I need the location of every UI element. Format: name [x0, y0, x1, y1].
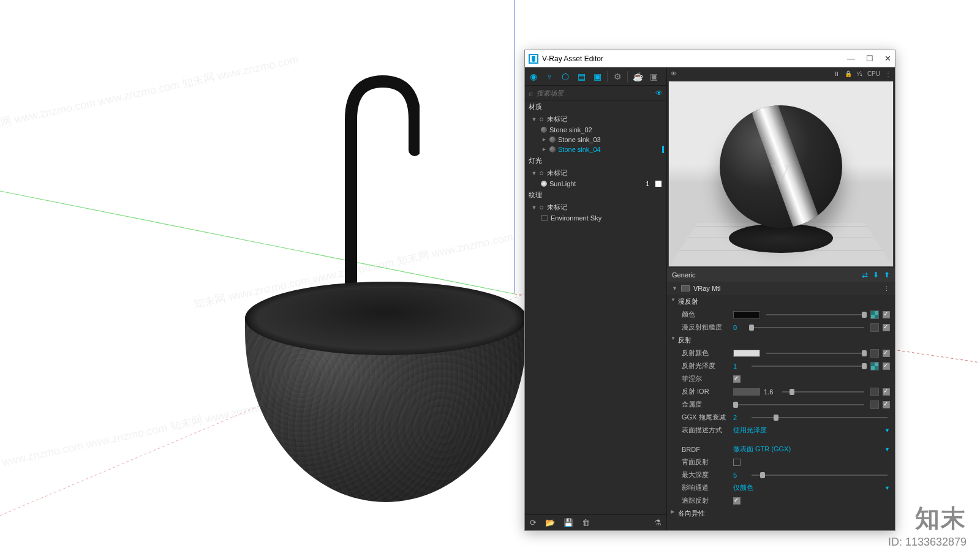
tree-light-sunlight[interactable]: SunLight1	[525, 179, 666, 189]
stone-sink-model	[245, 282, 527, 514]
preview-fraction: ¹⁄₁	[857, 70, 862, 77]
prop-trace-reflect[interactable]: 追踪反射	[667, 494, 895, 507]
prop-surface-mode[interactable]: 表面描述方式使用光泽度▼	[667, 424, 895, 437]
search-bar: ⌕ 👁	[525, 86, 666, 100]
tree-texture-env-sky[interactable]: Environment Sky	[525, 213, 666, 223]
close-button[interactable]: ✕	[884, 54, 891, 63]
faucet-model	[340, 70, 420, 297]
geometry-tab-icon[interactable]: ⬡	[559, 70, 571, 83]
tree-material-item-selected[interactable]: ▼Stone sink_04	[525, 145, 666, 154]
texture-slot-icon[interactable]	[870, 323, 879, 332]
light-enable-checkbox[interactable]	[655, 181, 662, 187]
tree-material-item[interactable]: ▼Stone sink_03	[525, 135, 666, 145]
vray-logo-icon	[529, 54, 538, 64]
left-bottom-toolbar: ⟳ 📂 💾 🗑 ⚗	[525, 514, 666, 530]
textures-tab-icon[interactable]: ▤	[575, 70, 587, 83]
tree-group-untagged[interactable]: ▼未标记	[525, 201, 666, 213]
lock-swatch[interactable]	[733, 388, 760, 396]
tree-group-untagged[interactable]: ▼未标记	[525, 113, 666, 125]
prop-diffuse-roughness[interactable]: 漫反射粗糙度0	[667, 321, 895, 334]
prop-reflect-ior[interactable]: 反射 IOR1.6	[667, 385, 895, 398]
filter-toggle-icon[interactable]: 👁	[655, 89, 663, 97]
section-anisotropy[interactable]: 各向异性	[667, 507, 895, 520]
enable-checkbox[interactable]	[733, 375, 741, 383]
maximize-button[interactable]: ☐	[866, 54, 873, 63]
settings-icon[interactable]: ⚙	[611, 70, 624, 83]
enable-checkbox[interactable]	[883, 363, 890, 370]
frame-buffer-icon[interactable]: ▣	[647, 70, 660, 83]
section-reflect[interactable]: 反射	[667, 334, 895, 347]
textures-header: 纹理	[525, 189, 666, 201]
tree-material-item[interactable]: Stone sink_02	[525, 125, 666, 135]
texture-slot-icon[interactable]	[870, 349, 879, 358]
export-icon[interactable]: ⬆	[884, 271, 890, 279]
tree-group-untagged[interactable]: ▼未标记	[525, 167, 666, 179]
prop-brdf[interactable]: BRDF微表面 GTR (GGX)▼	[667, 443, 895, 456]
vray-watermark-icon: V	[771, 159, 791, 190]
save-icon[interactable]: 💾	[564, 518, 573, 527]
preview-toolbar: 👁 ⏸ 🔒 ¹⁄₁ CPU ⋮	[667, 67, 895, 80]
svg-line-0	[0, 191, 514, 294]
search-input[interactable]	[537, 89, 652, 97]
material-swatch-icon	[681, 285, 690, 291]
prop-max-depth[interactable]: 最大深度5	[667, 468, 895, 481]
color-swatch[interactable]	[733, 311, 760, 318]
prop-backside-reflect[interactable]: 背面反射	[667, 456, 895, 468]
chevron-down-icon[interactable]: ▼	[884, 446, 890, 453]
texture-slot-icon[interactable]	[870, 400, 879, 409]
enable-checkbox[interactable]	[883, 350, 890, 357]
window-title: V-Ray Asset Editor	[542, 54, 603, 63]
purge-icon[interactable]: ⚗	[654, 518, 662, 527]
titlebar[interactable]: V-Ray Asset Editor — ☐ ✕	[525, 50, 895, 67]
chevron-down-icon[interactable]: ▼	[884, 485, 890, 491]
enable-checkbox[interactable]	[883, 311, 890, 318]
prop-ggx-tail[interactable]: GGX 拖尾衰减2	[667, 411, 895, 424]
prop-color[interactable]: 颜色	[667, 308, 895, 321]
pause-icon[interactable]: ⏸	[834, 70, 840, 77]
material-preview[interactable]: V	[668, 81, 894, 267]
render-tab-icon[interactable]: ▣	[591, 70, 603, 83]
open-folder-icon[interactable]: 📂	[545, 518, 555, 527]
lock-icon[interactable]: 🔒	[845, 70, 852, 77]
import-icon[interactable]: ⬇	[873, 271, 879, 279]
preview-visibility-icon[interactable]: 👁	[671, 70, 677, 77]
enable-checkbox[interactable]	[733, 459, 741, 466]
enable-checkbox[interactable]	[733, 497, 741, 505]
material-menu-icon[interactable]: ⋮	[883, 285, 890, 293]
section-diffuse[interactable]: 漫反射	[667, 295, 895, 308]
chevron-down-icon[interactable]: ▼	[884, 427, 890, 434]
texture-slot-icon[interactable]	[870, 388, 879, 396]
asset-id-label: ID: 1133632879	[888, 536, 967, 549]
property-list[interactable]: 漫反射 颜色 漫反射粗糙度0 反射 反射颜色 反射光泽度1 菲涅尔 反射 IOR…	[667, 295, 895, 530]
texture-slot-icon[interactable]	[870, 310, 879, 319]
lights-tab-icon[interactable]: ♀	[543, 70, 556, 83]
delete-icon[interactable]: 🗑	[582, 518, 590, 527]
search-icon: ⌕	[529, 89, 533, 97]
teapot-render-icon[interactable]: ☕	[631, 70, 644, 83]
preview-mode-cpu[interactable]: CPU	[867, 70, 880, 77]
prop-reflect-color[interactable]: 反射颜色	[667, 347, 895, 359]
prop-reflect-gloss[interactable]: 反射光泽度1	[667, 359, 895, 372]
minimize-button[interactable]: —	[847, 54, 855, 63]
color-swatch[interactable]	[733, 350, 760, 357]
texture-slot-icon[interactable]	[870, 362, 879, 370]
materials-header: 材质	[525, 100, 666, 113]
enable-checkbox[interactable]	[883, 401, 890, 408]
asset-tree[interactable]: 材质 ▼未标记 Stone sink_02 ▼Stone sink_03 ▼St…	[525, 100, 666, 514]
preview-menu-icon[interactable]: ⋮	[885, 70, 891, 77]
enable-checkbox[interactable]	[883, 324, 890, 331]
asset-tree-pane: ◉ ♀ ⬡ ▤ ▣ ⚙ ☕ ▣ ⌕ 👁 材质 ▼未标记 Stone sink_0…	[525, 67, 667, 530]
enable-checkbox[interactable]	[883, 388, 890, 396]
vraymtl-row[interactable]: ▼ VRay Mtl⋮	[667, 282, 895, 295]
property-pane: 👁 ⏸ 🔒 ¹⁄₁ CPU ⋮ V Generic ⇄ ⬇ ⬆	[667, 67, 895, 530]
brand-watermark: 知末	[915, 502, 967, 535]
prop-metalness[interactable]: 金属度	[667, 398, 895, 411]
vray-asset-editor-window[interactable]: V-Ray Asset Editor — ☐ ✕ ◉ ♀ ⬡ ▤ ▣ ⚙ ☕ ▣…	[524, 50, 895, 531]
category-toolbar: ◉ ♀ ⬡ ▤ ▣ ⚙ ☕ ▣	[525, 67, 666, 86]
preset-icon[interactable]: ⇄	[862, 271, 868, 279]
generic-header: Generic ⇄ ⬇ ⬆	[667, 268, 895, 282]
prop-affect-channels[interactable]: 影响通道仅颜色▼	[667, 481, 895, 494]
refresh-icon[interactable]: ⟳	[530, 518, 537, 527]
materials-tab-icon[interactable]: ◉	[527, 70, 540, 83]
prop-fresnel[interactable]: 菲涅尔	[667, 372, 895, 385]
